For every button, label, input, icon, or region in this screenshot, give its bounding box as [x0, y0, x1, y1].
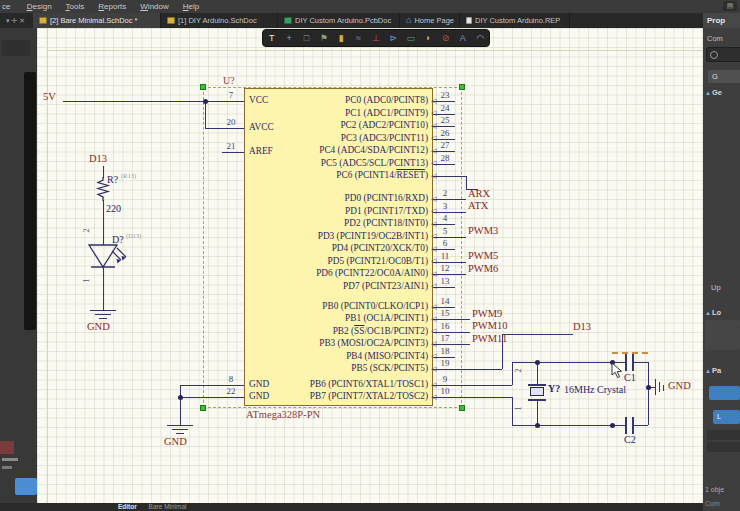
- tab-home-page[interactable]: ⌂Home Page: [400, 13, 460, 28]
- pin-number: 10: [434, 386, 456, 396]
- net-label-d13-right[interactable]: D13: [573, 321, 591, 332]
- net-label-d13-left[interactable]: D13: [89, 153, 107, 164]
- tab--1-diy-arduino-schdoc[interactable]: [1] DIY Arduino.SchDoc: [161, 13, 278, 28]
- net-label-pwm9[interactable]: PWM9: [472, 308, 502, 319]
- led-pin-1: 1: [82, 279, 91, 283]
- pin-number: 9: [434, 374, 456, 384]
- active-toolbar: T+□⚑▮≈⊥⊳▭◗⊘A◠: [262, 29, 490, 47]
- tab-diy-custom-arduino-rep[interactable]: DIY Custom Arduino.REP: [460, 13, 570, 28]
- selection-handle[interactable]: [459, 84, 465, 90]
- annotation-icon[interactable]: ◗: [421, 30, 435, 46]
- place-arc-icon[interactable]: ◠: [473, 30, 487, 46]
- menu-bar: ce DesignToolsReportsWindowHelp: [0, 0, 740, 13]
- wire: [90, 310, 116, 311]
- menu-item-partial[interactable]: ce: [2, 0, 10, 13]
- no-erc-icon[interactable]: ⊘: [438, 30, 452, 46]
- tab-label: DIY Custom Arduino.PcbDoc: [295, 16, 391, 25]
- left-panel-blue-button[interactable]: [15, 478, 37, 495]
- crystal-value[interactable]: 16MHz Crystal: [564, 384, 626, 395]
- place-flag-icon[interactable]: ⚑: [317, 30, 331, 46]
- pin-name-pc4: PC4 (ADC4/SDA/PCINT12): [249, 145, 428, 155]
- ic-part-name[interactable]: ATmega328P-PN: [246, 409, 320, 420]
- pin-number: 4: [434, 213, 456, 223]
- wire-tool-icon[interactable]: T: [265, 30, 279, 46]
- wire: [512, 397, 513, 425]
- pin-number: 12: [434, 263, 456, 273]
- wire: [502, 334, 503, 369]
- gnd-label-ic[interactable]: GND: [164, 436, 187, 447]
- status-editor[interactable]: Editor: [118, 503, 137, 510]
- menu-item-reports[interactable]: Reports: [98, 0, 126, 13]
- pin-name-pc3: PC3 (ADC3/PCINT11): [249, 133, 428, 143]
- gnd-label-led[interactable]: GND: [87, 321, 110, 332]
- net-label-pwm10[interactable]: PWM10: [472, 320, 508, 331]
- pin-io-arrow-icon: ◁: [431, 172, 436, 180]
- place-text-icon[interactable]: A: [456, 30, 470, 46]
- menu-item-help[interactable]: Help: [183, 0, 199, 13]
- selection-handle[interactable]: [200, 405, 206, 411]
- place-junction-icon[interactable]: +: [282, 30, 296, 46]
- selection-box-icon[interactable]: □: [299, 30, 313, 46]
- led-designator[interactable]: D?: [112, 234, 124, 245]
- update-label[interactable]: Up: [711, 283, 721, 292]
- selection-handle[interactable]: [200, 84, 206, 90]
- pcbdoc-icon: [284, 17, 292, 24]
- left-panel-text-line: [2, 466, 12, 469]
- place-harness-icon[interactable]: ≈: [352, 30, 366, 46]
- panels-icon[interactable]: ▤: [723, 1, 737, 11]
- crystal-designator[interactable]: Y?: [548, 383, 560, 394]
- tab-general[interactable]: G: [708, 70, 740, 83]
- add-button[interactable]: [709, 386, 740, 400]
- place-sheet-symbol-icon[interactable]: ▭: [404, 30, 418, 46]
- report-icon: [466, 17, 472, 24]
- net-label-pwm5[interactable]: PWM5: [468, 250, 498, 261]
- resistor-designator[interactable]: R?: [107, 174, 118, 185]
- place-part-icon[interactable]: ▮: [334, 30, 348, 46]
- net-label-atx[interactable]: ATX: [468, 200, 488, 211]
- pin-number: 8: [220, 374, 242, 384]
- tab-label: Home Page: [414, 16, 454, 25]
- tab-nav-buttons[interactable]: ▾✛✕: [0, 13, 33, 28]
- properties-panel-header[interactable]: Prop: [703, 13, 740, 28]
- selection-handle[interactable]: [459, 405, 465, 411]
- led-pin-2: 2: [82, 229, 91, 233]
- menu-item-design[interactable]: Design: [27, 0, 52, 13]
- pin-name-pd7: PD7 (PCINT23/AIN1): [249, 281, 428, 291]
- gnd-label-crystal[interactable]: GND: [668, 380, 691, 391]
- led-symbol[interactable]: [86, 243, 136, 273]
- net-label-pwm6[interactable]: PWM6: [468, 263, 498, 274]
- pin-name-pb1: PB1 (OC1A/PCINT1): [249, 313, 428, 323]
- ic-designator[interactable]: U?: [223, 75, 235, 86]
- menu-item-tools[interactable]: Tools: [66, 0, 85, 13]
- tab-label: [1] DIY Arduino.SchDoc: [178, 16, 257, 25]
- pin-name-pb5: PB5 (SCK/PCINT5): [249, 363, 428, 373]
- junction-dot: [203, 99, 208, 104]
- cap2-designator[interactable]: C2: [624, 434, 636, 445]
- section-general[interactable]: ▲Ge: [705, 88, 722, 97]
- l-button[interactable]: L: [713, 410, 740, 424]
- section-parameters[interactable]: ▲Pa: [705, 366, 721, 375]
- wire: [466, 176, 467, 189]
- cap1-designator[interactable]: C1: [624, 372, 636, 383]
- place-port-icon[interactable]: ⊳: [386, 30, 400, 46]
- pin-name-pc2: PC2 (ADC2/PCINT10): [249, 120, 428, 130]
- power-label-5v[interactable]: 5V: [43, 91, 56, 102]
- crystal-symbol[interactable]: [530, 387, 544, 396]
- search-input[interactable]: [706, 47, 740, 62]
- section-location[interactable]: ▲Lo: [705, 308, 721, 317]
- resistor-value[interactable]: 220: [106, 203, 121, 214]
- junction-dot: [646, 385, 651, 390]
- place-power-port-icon[interactable]: ⊥: [369, 30, 383, 46]
- pin-name-pb7: PB7 (PCINT7/XTAL2/TOSC2): [249, 391, 428, 401]
- pin-number: 23: [434, 90, 456, 100]
- left-panel-scrollbar[interactable]: [24, 72, 36, 330]
- pin-number: 18: [434, 346, 456, 356]
- menu-item-window[interactable]: Window: [140, 0, 168, 13]
- tab-diy-custom-arduino-pcbdoc[interactable]: DIY Custom Arduino.PcbDoc: [278, 13, 400, 28]
- capacitor-plate: [632, 354, 634, 371]
- search-icon: [710, 51, 718, 59]
- wire: [455, 319, 470, 320]
- schematic-canvas[interactable]: U? ATmega328P-PN 7VCC20AVCC21AREF8GND22G…: [37, 28, 703, 503]
- tab--2-bare-minimal-schdoc-[interactable]: [2] Bare Minimal.SchDoc *: [33, 13, 161, 28]
- net-label-pwm3[interactable]: PWM3: [468, 225, 498, 236]
